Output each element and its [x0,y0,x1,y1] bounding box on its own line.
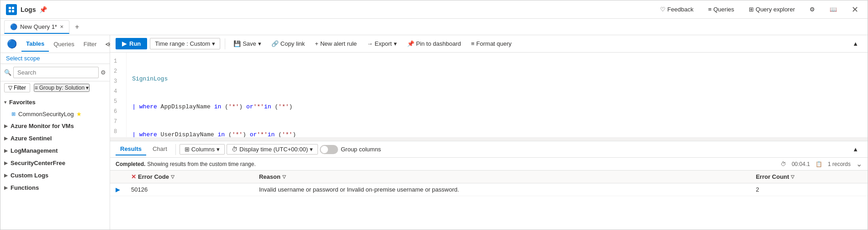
expand-row-button[interactable]: ▶ [116,186,120,193]
chevron-down-icon: ▾ [217,146,220,153]
search-icon: 🔍 [4,69,11,76]
editor-scrollbar[interactable] [110,137,868,141]
sidebar-tab-tables[interactable]: Tables [21,37,49,52]
filter-icon[interactable]: ▽ [791,174,794,179]
svg-rect-3 [12,10,14,12]
chevron-down-icon: ▾ [86,85,89,91]
expand-results-button[interactable]: ▲ [849,144,862,155]
sidebar-section-custom-logs[interactable]: ▶ Custom Logs [0,169,110,182]
tab-icon: 🔵 [10,23,17,30]
divider [175,144,176,155]
chevron-down-icon: ▾ [258,40,261,47]
svg-rect-2 [9,10,11,12]
code-editor-content[interactable]: SigninLogs | where AppDisplayName in ('*… [127,53,868,137]
record-count: 1 records [828,161,851,167]
clock-icon: ⏱ [232,146,238,153]
help-icon: 📖 [830,6,837,13]
filter-icon[interactable]: ▽ [171,174,175,179]
tab-chart[interactable]: Chart [148,143,172,155]
table-row: ▶ 50126 Invalid username or password or … [110,183,868,196]
close-window-button[interactable]: ✕ [848,3,862,16]
feedback-button[interactable]: ♡ Feedback [656,4,697,15]
line-numbers: 1 2 3 4 5 6 7 8 9 [110,53,127,137]
tab-results[interactable]: Results [116,143,146,155]
table-item-common-security-log[interactable]: ⊞ CommonSecurityLog ★ [0,108,110,120]
tab-close-button[interactable]: ✕ [60,24,64,29]
new-tab-button[interactable]: + [71,21,83,33]
col-header-error-count[interactable]: Error Count ▽ [750,171,868,183]
sidebar-tab-queries[interactable]: Queries [49,37,79,51]
queries-button[interactable]: ≡ Queries [704,4,738,15]
filter-button[interactable]: ▽ Filter [4,83,30,92]
status-detail: Showing results from the custom time ran… [147,161,255,167]
sidebar-section-azure-monitor-vms[interactable]: ▶ Azure Monitor for VMs [0,120,110,132]
heart-icon: ♡ [660,6,666,13]
sidebar-section-favorites-label: Favorites [9,99,36,106]
query-explorer-button[interactable]: ⊞ Query explorer [745,4,799,15]
chevron-down-icon: ▾ [4,100,6,105]
select-scope-link[interactable]: Select scope [6,55,40,62]
sidebar-home-icon[interactable]: 🔵 [2,35,21,53]
sidebar-section-log-management[interactable]: ▶ LogManagement [0,144,110,157]
chevron-down-icon: ▾ [394,40,397,47]
settings-button[interactable]: ⚙ [806,4,819,15]
group-columns-toggle[interactable]: Group columns [320,145,381,154]
app-title: Logs [21,6,36,13]
time-range-button[interactable]: Time range : Custom ▾ [150,38,220,49]
table-icon: ⊞ [11,111,16,117]
pin-icon: 📌 [407,40,414,47]
export-icon: → [367,40,373,47]
search-input[interactable] [13,67,99,78]
sidebar-section-azure-sentinel[interactable]: ▶ Azure Sentinel [0,132,110,144]
sidebar-section-favorites[interactable]: ▾ Favorites [0,96,110,108]
search-filter-icon[interactable]: ⚙ [101,69,106,76]
columns-icon: ⊞ [185,146,190,153]
group-by-button[interactable]: ≡ Group by: Solution ▾ [34,84,90,92]
collapse-editor-button[interactable]: ▲ [849,38,862,49]
chevron-right-icon: ▶ [4,148,8,153]
svg-rect-1 [12,7,14,9]
error-col-icon: ✕ [131,173,136,180]
sidebar-section-functions[interactable]: ▶ Functions [0,182,110,194]
cell-reason: Invalid username or password or Invalid … [254,183,750,196]
divider [225,38,225,49]
chevron-right-icon: ▶ [4,173,8,178]
columns-button[interactable]: ⊞ Columns ▾ [180,144,225,155]
chevron-down-icon: ▾ [310,146,313,153]
chevron-right-icon: ▶ [4,136,8,141]
chevron-right-icon: ▶ [4,185,8,190]
run-icon: ▶ [122,40,127,47]
expand-icon[interactable]: ⌄ [856,160,862,168]
col-header-error-code[interactable]: ✕ Error Code ▽ [126,171,254,183]
export-button[interactable]: → Export ▾ [363,38,401,49]
format-icon: ≡ [471,40,475,47]
alert-icon: + [315,40,318,47]
format-query-button[interactable]: ≡ Format query [467,38,515,49]
queries-icon: ≡ [708,6,712,13]
sidebar-section-security-center-free[interactable]: ▶ SecurityCenterFree [0,157,110,169]
run-button[interactable]: ▶ Run [116,38,147,49]
display-time-button[interactable]: ⏱ Display time (UTC+00:00) ▾ [227,144,318,155]
chevron-up-icon: ▲ [852,40,858,47]
filter-icon[interactable]: ▽ [282,174,286,179]
chevron-right-icon: ▶ [4,123,8,128]
chevron-right-icon: ▶ [4,160,8,166]
status-completed: Completed. [116,161,145,167]
new-alert-button[interactable]: + New alert rule [311,38,360,49]
help-button[interactable]: 📖 [826,4,841,15]
star-icon: ★ [76,111,82,118]
query-tab[interactable]: 🔵 New Query 1* ✕ [4,20,69,34]
copy-link-button[interactable]: 🔗 Copy link [268,38,308,49]
pin-icon[interactable]: 📌 [39,6,47,13]
results-table: ✕ Error Code ▽ Reason ▽ [110,171,868,196]
cell-error-code: 50126 [126,183,254,196]
cell-error-count: 2 [750,183,868,196]
tab-label: New Query 1* [20,23,57,30]
pin-dashboard-button[interactable]: 📌 Pin to dashboard [403,38,465,49]
sidebar-tab-filter[interactable]: Filter [79,37,101,51]
timing-value: 00:04.1 [792,161,810,167]
col-header-reason[interactable]: Reason ▽ [254,171,750,183]
save-button[interactable]: 💾 Save ▾ [230,38,265,49]
expand-col-header [110,171,126,183]
link-icon: 🔗 [271,40,279,47]
